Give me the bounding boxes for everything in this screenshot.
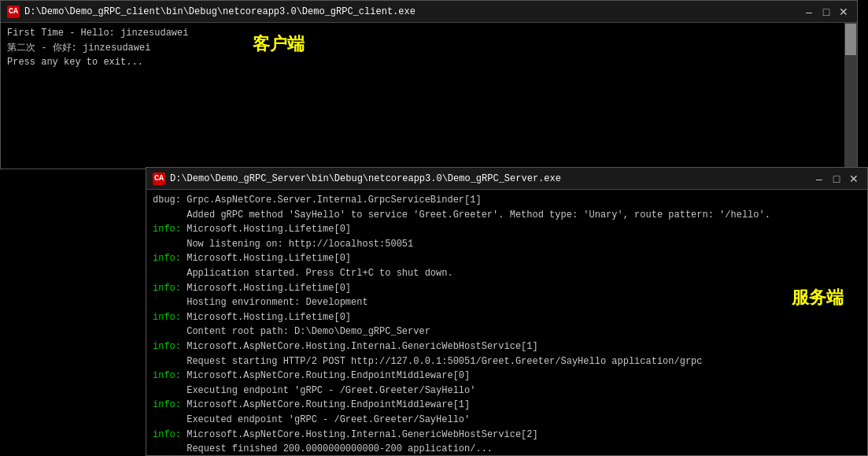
- log-line-15: Executed endpoint 'gRPC - /Greet.Greeter…: [153, 413, 861, 428]
- log-line-10: info: Microsoft.AspNetCore.Hosting.Inter…: [153, 339, 861, 354]
- server-title-bar: CA D:\Demo\Demo_gRPC_Server\bin\Debug\ne…: [146, 168, 867, 190]
- close-button[interactable]: ✕: [837, 5, 851, 19]
- log-line-4: info: Microsoft.Hosting.Lifetime[0]: [153, 251, 861, 266]
- server-label: 服务端: [792, 284, 844, 310]
- client-title-bar: CA D:\Demo\Demo_gRPC_client\bin\Debug\ne…: [1, 1, 857, 23]
- client-title-text: D:\Demo\Demo_gRPC_client\bin\Debug\netco…: [24, 6, 797, 17]
- log-line-2: info: Microsoft.Hosting.Lifetime[0]: [153, 222, 861, 237]
- client-content: First Time - Hello: jinzesudawei 第二次 - 你…: [1, 23, 857, 73]
- client-window-controls: – □ ✕: [802, 5, 851, 19]
- server-window-controls: – □ ✕: [812, 172, 861, 186]
- log-line-16: info: Microsoft.AspNetCore.Hosting.Inter…: [153, 428, 861, 443]
- log-line-9: Content root path: D:\Demo\Demo_gRPC_Ser…: [153, 324, 861, 339]
- client-window-icon: CA: [7, 6, 20, 18]
- log-line-12: info: Microsoft.AspNetCore.Routing.Endpo…: [153, 369, 861, 384]
- log-line-13: Executing endpoint 'gRPC - /Greet.Greete…: [153, 384, 861, 399]
- server-window: CA D:\Demo\Demo_gRPC_Server\bin\Debug\ne…: [146, 167, 868, 456]
- client-scrollbar[interactable]: [844, 23, 857, 169]
- client-scrollbar-thumb[interactable]: [845, 24, 856, 55]
- log-line-17: Request finished 200.0000000000000-200 a…: [153, 442, 861, 455]
- log-line-7: Hosting environment: Development: [153, 295, 861, 310]
- maximize-button[interactable]: □: [819, 5, 833, 19]
- client-line-1: First Time - Hello: jinzesudawei: [7, 26, 851, 41]
- client-line-3: Press any key to exit...: [7, 55, 851, 70]
- log-line-0: dbug: Grpc.AspNetCore.Server.Internal.Gr…: [153, 193, 861, 208]
- log-line-14: info: Microsoft.AspNetCore.Routing.Endpo…: [153, 398, 861, 413]
- client-label: 客户端: [253, 31, 305, 57]
- server-close-button[interactable]: ✕: [847, 172, 861, 186]
- server-maximize-button[interactable]: □: [829, 172, 844, 186]
- client-window: CA D:\Demo\Demo_gRPC_client\bin\Debug\ne…: [0, 0, 858, 169]
- log-line-5: Application started. Press Ctrl+C to shu…: [153, 266, 861, 281]
- server-content: 服务端 dbug: Grpc.AspNetCore.Server.Interna…: [146, 190, 867, 455]
- server-minimize-button[interactable]: –: [812, 172, 826, 186]
- log-line-8: info: Microsoft.Hosting.Lifetime[0]: [153, 310, 861, 325]
- minimize-button[interactable]: –: [802, 5, 816, 19]
- log-line-11: Request starting HTTP/2 POST http://127.…: [153, 354, 861, 369]
- server-window-icon: CA: [153, 172, 165, 185]
- client-line-2: 第二次 - 你好: jinzesudawei: [7, 41, 851, 56]
- log-line-6: info: Microsoft.Hosting.Lifetime[0]: [153, 281, 861, 296]
- log-line-3: Now listening on: http://localhost:50051: [153, 237, 861, 252]
- log-line-1: Added gRPC method 'SayHello' to service …: [153, 208, 861, 223]
- server-title-text: D:\Demo\Demo_gRPC_Server\bin\Debug\netco…: [170, 173, 807, 184]
